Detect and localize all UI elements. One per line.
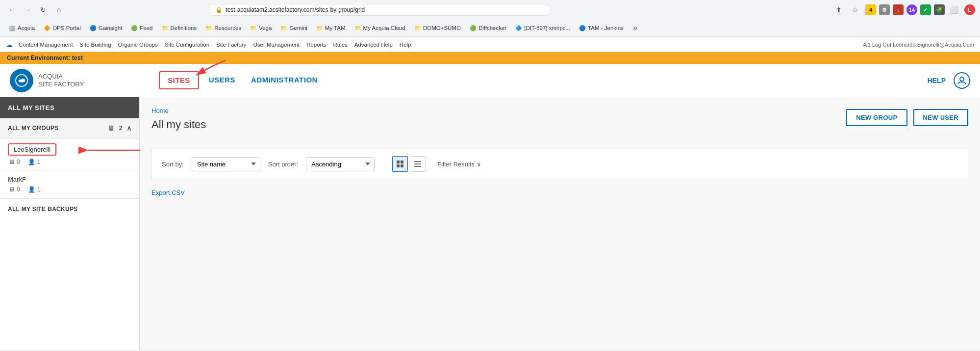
sidebar-group-leosignorelli[interactable]: LeoSignorelli 🖥 0 👤 1 xyxy=(0,138,139,171)
bookmark-tam-jenkins-label: TAM - Jenkins xyxy=(588,25,624,31)
extension-green[interactable]: ✓ xyxy=(920,4,931,15)
leosignorelli-users-stat: 👤 1 xyxy=(28,159,41,165)
user-small-icon2: 👤 xyxy=(28,186,35,193)
acquia-cloud-icon: 📁 xyxy=(354,25,361,31)
bookmark-domo-sumo[interactable]: 📁 DOMO+SUMO xyxy=(410,24,465,32)
topnav-site-factory[interactable]: Site Factory xyxy=(216,42,246,48)
bookmark-gainsight[interactable]: 🔵 Gainsight xyxy=(86,24,126,32)
acquia-cloud-logo-svg xyxy=(15,74,28,87)
lock-icon: 🔒 xyxy=(215,6,223,13)
monitor-small-icon: 🖥 xyxy=(9,159,15,165)
bookmark-acquia-cloud[interactable]: 📁 My Acquia Cloud xyxy=(351,24,409,32)
tab-sites-label: SITES xyxy=(168,76,190,84)
tab-sites[interactable]: SITES xyxy=(159,71,199,89)
sort-by-label: Sort by: xyxy=(162,161,184,168)
share-button[interactable]: ⬆ xyxy=(832,3,846,17)
browser-actions: ⬆ ☆ 4 ⚙ ↓ 14 ✓ 🧩 ⬜ L xyxy=(832,3,975,17)
domo-sumo-icon: 📁 xyxy=(414,25,421,31)
svg-rect-5 xyxy=(401,161,403,163)
sort-by-select[interactable]: Site name Date created Last updated xyxy=(192,157,260,171)
tab-administration[interactable]: ADMINISTRATION xyxy=(243,65,326,96)
leosignorelli-users-count: 1 xyxy=(37,159,41,165)
feed-icon: 🟢 xyxy=(131,25,138,31)
topnav-content-management[interactable]: Content Management xyxy=(19,42,73,48)
main-content: Home All my sites NEW GROUP NEW USER Sor… xyxy=(140,97,980,350)
extension-settings[interactable]: ⚙ xyxy=(879,4,890,15)
topnav-site-building[interactable]: Site Building xyxy=(80,42,111,48)
group-leosignorelli-name[interactable]: LeoSignorelli xyxy=(8,143,56,156)
browser-toolbar: ← → ↻ ⌂ 🔒 test-acquiatam2.acsitefactory.… xyxy=(0,0,980,20)
extension-red[interactable]: ↓ xyxy=(893,4,904,15)
help-link[interactable]: HELP xyxy=(928,77,946,84)
bookmark-diffchecker[interactable]: 🟢 Diffchecker xyxy=(466,24,510,32)
sidebar-all-groups-label: ALL MY GROUPS xyxy=(8,125,58,132)
sidebar-group-markf[interactable]: MarkF 🖥 0 👤 1 xyxy=(0,171,139,198)
window-toggle[interactable]: ⬜ xyxy=(948,3,961,17)
back-button[interactable]: ← xyxy=(5,3,19,17)
user-avatar-browser[interactable]: L xyxy=(964,4,975,15)
topnav-help[interactable]: Help xyxy=(400,42,411,48)
topnav-site-configuration[interactable]: Site Configuration xyxy=(165,42,209,48)
bookmark-tam-jenkins[interactable]: 🔵 TAM - Jenkins xyxy=(575,24,628,32)
markf-sites-count: 0 xyxy=(17,186,20,193)
sidebar-backups-label: ALL MY SITE BACKUPS xyxy=(8,206,78,213)
bookmark-resources[interactable]: 📁 Resources xyxy=(201,24,245,32)
collapse-button[interactable]: ∧ xyxy=(126,124,131,132)
new-group-button[interactable]: NEW GROUP xyxy=(846,109,907,126)
topnav-reports[interactable]: Reports xyxy=(306,42,326,48)
group-markf-name: MarkF xyxy=(8,176,131,183)
svg-rect-7 xyxy=(401,164,403,167)
filter-chevron-icon: ∨ xyxy=(477,161,481,168)
sidebar: ALL MY SITES ALL MY GROUPS 🖥 2 ∧ LeoSig xyxy=(0,97,140,350)
topnav-user-info: 4/1 Log Out Leonardo.Signorelli@Acquia.C… xyxy=(863,42,974,48)
extension-puzzle[interactable]: 🧩 xyxy=(934,4,945,15)
topnav-user-management[interactable]: User Management xyxy=(253,42,300,48)
topnav-organic-groups[interactable]: Organic Groups xyxy=(118,42,158,48)
breadcrumb[interactable]: Home xyxy=(151,107,206,114)
svg-rect-4 xyxy=(397,161,400,163)
list-view-button[interactable] xyxy=(410,156,426,172)
user-icon[interactable] xyxy=(954,72,970,89)
sidebar-all-backups[interactable]: ALL MY SITE BACKUPS xyxy=(0,198,139,219)
bookmark-gemini[interactable]: 📁 Gemini xyxy=(276,24,311,32)
tab-users[interactable]: USERS xyxy=(201,65,243,96)
extension-yellow[interactable]: 4 xyxy=(865,4,876,15)
markf-stats: 🖥 0 👤 1 xyxy=(8,186,131,193)
home-button[interactable]: ⌂ xyxy=(52,3,66,17)
grid-view-button[interactable] xyxy=(392,156,408,172)
bookmark-my-tam[interactable]: 📁 My TAM xyxy=(312,24,350,32)
address-bar[interactable]: 🔒 test-acquiatam2.acsitefactory.com/site… xyxy=(208,4,551,16)
bookmark-dit897[interactable]: 🔷 [DIT-897] xmlrpc... xyxy=(511,24,574,32)
bookmark-button[interactable]: ☆ xyxy=(849,3,862,17)
app-header: ACQUIA SITE FACTORY SITES USERS ADM xyxy=(0,64,980,97)
groups-count: 2 xyxy=(119,125,123,132)
export-csv-link[interactable]: Export CSV xyxy=(151,189,185,196)
extension-avatar[interactable]: 14 xyxy=(906,4,917,15)
topnav-rules[interactable]: Rules xyxy=(333,42,347,48)
bookmark-gemini-label: Gemini xyxy=(289,25,307,31)
refresh-button[interactable]: ↻ xyxy=(36,3,50,17)
bookmarks-more[interactable]: » xyxy=(628,21,642,35)
app-body: ALL MY SITES ALL MY GROUPS 🖥 2 ∧ LeoSig xyxy=(0,97,980,350)
bookmark-definitions[interactable]: 📁 Definitions xyxy=(158,24,201,32)
user-profile-icon xyxy=(957,76,967,85)
bookmark-vega-label: Vega xyxy=(259,25,272,31)
bookmark-vega[interactable]: 📁 Vega xyxy=(246,24,276,32)
bookmark-feed[interactable]: 🟢 Feed xyxy=(127,24,156,32)
logo-line2: SITE FACTORY xyxy=(38,81,84,88)
new-user-button[interactable]: NEW USER xyxy=(913,109,968,126)
bookmark-acquia[interactable]: 🏢 Acquia xyxy=(5,24,39,32)
sort-order-select[interactable]: Ascending Descending xyxy=(306,157,375,171)
bookmarks-bar: 🏢 Acquia 🔶 OPS Portal 🔵 Gainsight 🟢 Feed… xyxy=(0,20,980,37)
forward-button[interactable]: → xyxy=(21,3,34,17)
monitor-small-icon2: 🖥 xyxy=(9,186,15,193)
sidebar-all-sites[interactable]: ALL MY SITES xyxy=(0,97,139,118)
sort-order-label: Sort order: xyxy=(268,161,298,168)
url-text: test-acquiatam2.acsitefactory.com/sites-… xyxy=(226,6,544,13)
dit897-icon: 🔷 xyxy=(515,25,522,31)
bookmark-ops-portal[interactable]: 🔶 OPS Portal xyxy=(40,24,85,32)
acquia-top-nav: ☁ Content Management Site Building Organ… xyxy=(0,37,980,52)
topnav-advanced-help[interactable]: Advanced Help xyxy=(354,42,393,48)
logo-line1: ACQUIA xyxy=(38,73,84,81)
filter-results-button[interactable]: Filter Results ∨ xyxy=(437,161,481,168)
